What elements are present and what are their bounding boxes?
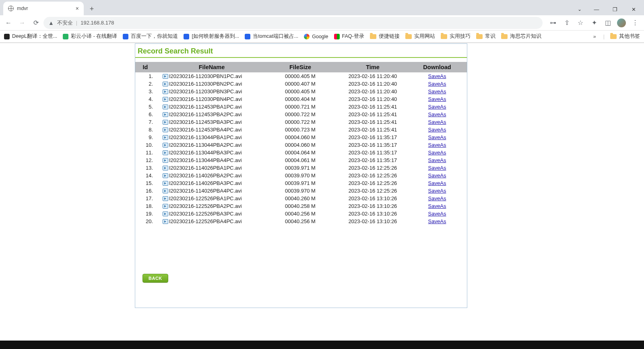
bookmark-item[interactable]: 实用技巧: [441, 33, 471, 40]
bookmark-label: 百度一下，你就知道: [131, 33, 178, 40]
cell-download: SaveAs: [413, 157, 461, 163]
profile-avatar[interactable]: [615, 16, 628, 29]
bookmark-item[interactable]: 便捷链接: [370, 33, 400, 40]
new-tab-button[interactable]: +: [86, 3, 97, 14]
nav-back-button[interactable]: ←: [2, 17, 14, 29]
url-text: 192.168.8.178: [80, 20, 114, 26]
cell-filesize: 00000.722 M: [268, 119, 332, 125]
cell-id: 5.: [135, 104, 155, 110]
bookmark-item[interactable]: 实用网站: [405, 33, 435, 40]
cell-id: 3.: [135, 88, 155, 94]
menu-kebab-icon[interactable]: ⋮: [629, 16, 642, 29]
saveas-link[interactable]: SaveAs: [428, 111, 446, 117]
back-button[interactable]: BACK: [142, 274, 168, 283]
cell-id: 10.: [135, 142, 155, 148]
saveas-link[interactable]: SaveAs: [428, 150, 446, 156]
filename-text: I20230216-114026PBA2PC.avi: [169, 172, 242, 179]
window-close-icon[interactable]: ✕: [625, 3, 642, 15]
cell-filesize: 00039.970 M: [268, 172, 332, 179]
cell-id: 4.: [135, 96, 155, 102]
bookmark-item[interactable]: FAQ-登录: [334, 33, 364, 40]
saveas-link[interactable]: SaveAs: [428, 73, 446, 79]
bookmark-other[interactable]: 其他书签: [610, 33, 640, 40]
saveas-link[interactable]: SaveAs: [428, 88, 446, 94]
address-bar[interactable]: ▲ 不安全 | 192.168.8.178: [43, 17, 543, 29]
sidepanel-icon[interactable]: ◫: [601, 16, 614, 29]
cell-time: 2023-02-16 11:35:17: [332, 134, 413, 140]
cell-time: 2023-02-16 13:10:26: [332, 195, 413, 201]
window-dropdown-icon[interactable]: ⌄: [572, 3, 587, 15]
cell-id: 9.: [135, 134, 155, 140]
bookmark-item[interactable]: 当tomcat端口被占...: [245, 33, 298, 40]
saveas-link[interactable]: SaveAs: [428, 203, 446, 209]
saveas-link[interactable]: SaveAs: [428, 165, 446, 171]
window-maximize-icon[interactable]: ❐: [606, 3, 624, 15]
table-body-scroll[interactable]: 1.I20230216-112030PBN1PC.avi00000.405 M2…: [135, 72, 467, 229]
extensions-icon[interactable]: ✦: [588, 16, 601, 29]
nav-forward-button[interactable]: →: [16, 17, 28, 29]
nav-reload-button[interactable]: ⟳: [30, 17, 42, 29]
bookmark-icon: [441, 34, 447, 39]
video-file-icon: [163, 74, 168, 79]
bookmark-item[interactable]: 彩云小译 - 在线翻译: [63, 33, 117, 40]
bookmark-item[interactable]: 百度一下，你就知道: [123, 33, 178, 40]
tab-close-icon[interactable]: ×: [72, 5, 79, 12]
saveas-link[interactable]: SaveAs: [428, 96, 446, 102]
star-icon[interactable]: ☆: [574, 16, 587, 29]
filename-text: I20230216-114026PBA4PC.avi: [169, 188, 242, 194]
bookmark-item[interactable]: DeepL翻译：全世...: [4, 33, 57, 40]
col-filename-header: FileName: [155, 64, 268, 70]
saveas-link[interactable]: SaveAs: [428, 188, 446, 194]
video-file-icon: [163, 89, 168, 94]
bookmark-item[interactable]: 海思芯片知识: [501, 33, 541, 40]
saveas-link[interactable]: SaveAs: [428, 104, 446, 110]
bookmark-overflow-icon[interactable]: »: [592, 34, 598, 39]
browser-tab[interactable]: mdvr ×: [3, 2, 84, 15]
bookmark-label: 常识: [485, 33, 495, 40]
saveas-link[interactable]: SaveAs: [428, 134, 446, 140]
saveas-link[interactable]: SaveAs: [428, 81, 446, 87]
key-icon[interactable]: ⊶: [547, 16, 559, 29]
bookmark-label: 当tomcat端口被占...: [253, 33, 298, 40]
saveas-link[interactable]: SaveAs: [428, 218, 446, 224]
video-file-icon: [163, 173, 168, 178]
video-file-icon: [163, 120, 168, 125]
window-minimize-icon[interactable]: —: [588, 3, 605, 15]
cell-filename: I20230216-114026PBA1PC.avi: [155, 165, 268, 171]
bookmark-item[interactable]: 常识: [476, 33, 495, 40]
cell-filesize: 00040.260 M: [268, 195, 332, 201]
cell-filesize: 00000.405 M: [268, 73, 332, 79]
filename-text: I20230216-113044PBA1PC.avi: [169, 134, 242, 140]
cell-id: 18.: [135, 203, 155, 209]
cell-filename: I20230216-114026PBA4PC.avi: [155, 188, 268, 194]
tab-title: mdvr: [17, 6, 28, 11]
filename-text: I20230216-112030PBN4PC.avi: [169, 96, 242, 102]
saveas-link[interactable]: SaveAs: [428, 157, 446, 163]
bookmark-item[interactable]: [如何映射服务器到...: [184, 33, 239, 40]
bookmark-label: Google: [312, 34, 328, 39]
cell-time: 2023-02-16 11:25:41: [332, 104, 413, 110]
table-row: 5.I20230216-112453PBA1PC.avi00000.721 M2…: [135, 103, 467, 111]
saveas-link[interactable]: SaveAs: [428, 119, 446, 125]
bookmark-item[interactable]: Google: [304, 34, 328, 39]
saveas-link[interactable]: SaveAs: [428, 142, 446, 148]
cell-download: SaveAs: [413, 96, 461, 102]
filename-text: I20230216-112453PBA2PC.avi: [169, 111, 242, 117]
cell-filesize: 00040.256 M: [268, 218, 332, 224]
cell-id: 1.: [135, 73, 155, 79]
saveas-link[interactable]: SaveAs: [428, 172, 446, 179]
saveas-link[interactable]: SaveAs: [428, 195, 446, 201]
col-time-header: Time: [332, 64, 413, 70]
filename-text: I20230216-112453PBA1PC.avi: [169, 104, 242, 110]
cell-filename: I20230216-112453PBA3PC.avi: [155, 119, 268, 125]
cell-time: 2023-02-16 11:20:40: [332, 96, 413, 102]
cell-filename: I20230216-122526PBA1PC.avi: [155, 195, 268, 201]
cell-filesize: 00039.971 M: [268, 165, 332, 171]
saveas-link[interactable]: SaveAs: [428, 180, 446, 186]
cell-download: SaveAs: [413, 172, 461, 179]
saveas-link[interactable]: SaveAs: [428, 127, 446, 133]
saveas-link[interactable]: SaveAs: [428, 211, 446, 217]
result-panel: Record Search Result Id FileName FileSiz…: [135, 43, 467, 308]
cell-time: 2023-02-16 12:25:26: [332, 180, 413, 186]
share-icon[interactable]: ⇪: [560, 16, 573, 29]
